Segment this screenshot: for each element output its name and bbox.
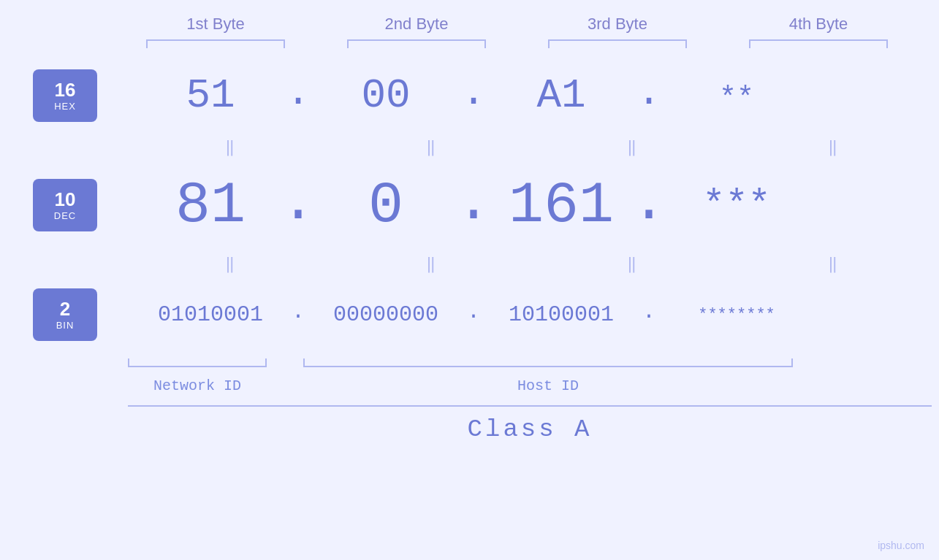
dec-byte-2: 0: [316, 172, 455, 239]
eq2-4: ‖: [748, 254, 923, 274]
byte-header-2: 2nd Byte: [329, 15, 504, 34]
bin-badge: 2 BIN: [33, 288, 97, 341]
dec-byte-4: ***: [667, 184, 806, 227]
host-id-label: Host ID: [303, 377, 793, 394]
top-bracket-2: [347, 39, 486, 48]
hex-row: 16 HEX 51 . 00 . A1 . **: [0, 55, 939, 136]
network-id-label: Network ID: [128, 377, 267, 394]
class-label-row: Class A: [128, 415, 932, 443]
top-bracket-4: [749, 39, 888, 48]
watermark: ipshu.com: [878, 540, 924, 551]
eq1-2: ‖: [346, 137, 521, 157]
equals-row-2: ‖ ‖ ‖ ‖: [132, 253, 935, 275]
eq2-2: ‖: [346, 254, 521, 274]
eq1-1: ‖: [145, 137, 320, 157]
byte-header-1: 1st Byte: [128, 15, 303, 34]
class-section: Class A: [128, 405, 932, 443]
eq1-4: ‖: [748, 137, 923, 157]
dec-bytes: 81 . 0 . 161 . ***: [97, 169, 939, 242]
bin-byte-1: 01010001: [141, 302, 280, 327]
bin-dot-2: .: [455, 299, 492, 330]
bin-bytes: 01010001 . 00000000 . 10100001 . *******…: [97, 299, 939, 330]
bin-base-label: BIN: [56, 320, 75, 331]
bin-byte-4: ********: [667, 306, 806, 324]
bin-row: 2 BIN 01010001 . 00000000 . 10100001 . *…: [0, 275, 939, 355]
bottom-section: Network ID Host ID Class A: [0, 358, 939, 443]
class-a-label: Class A: [468, 415, 593, 443]
hex-byte-1: 51: [141, 72, 280, 119]
eq2-3: ‖: [547, 254, 722, 274]
hex-byte-3: A1: [492, 72, 631, 119]
label-gap: [267, 377, 303, 394]
dec-badge: 10 DEC: [33, 179, 97, 231]
hex-dot-1: .: [280, 69, 316, 122]
dec-byte-1: 81: [141, 172, 280, 239]
dec-base-number: 10: [55, 189, 76, 210]
hex-bytes: 51 . 00 . A1 . **: [97, 69, 939, 122]
bin-dot-3: .: [631, 299, 667, 330]
bin-byte-2: 00000000: [316, 302, 455, 327]
hex-base-number: 16: [55, 80, 76, 101]
bin-dot-1: .: [280, 299, 316, 330]
bottom-brackets: [128, 358, 932, 372]
top-bracket-3: [548, 39, 687, 48]
class-bracket-line: [128, 405, 932, 407]
dec-byte-3: 161: [492, 172, 631, 239]
byte-header-3: 3rd Byte: [530, 15, 705, 34]
hex-byte-4: **: [667, 77, 806, 115]
id-labels-row: Network ID Host ID: [128, 377, 932, 394]
bin-byte-3: 10100001: [492, 302, 631, 327]
dec-row: 10 DEC 81 . 0 . 161 . ***: [0, 158, 939, 253]
dec-dot-3: .: [631, 169, 667, 242]
bin-base-number: 2: [60, 299, 70, 320]
host-bracket: [303, 358, 793, 367]
byte-header-4: 4th Byte: [731, 15, 906, 34]
hex-base-label: HEX: [54, 101, 76, 112]
eq2-1: ‖: [145, 254, 320, 274]
top-bracket-1: [146, 39, 285, 48]
equals-row-1: ‖ ‖ ‖ ‖: [132, 136, 935, 158]
hex-dot-2: .: [455, 69, 492, 122]
hex-dot-3: .: [631, 69, 667, 122]
main-container: 1st Byte 2nd Byte 3rd Byte 4th Byte 16 H…: [0, 0, 939, 560]
hex-byte-2: 00: [316, 72, 455, 119]
dec-dot-2: .: [455, 169, 492, 242]
dec-dot-1: .: [280, 169, 316, 242]
hex-badge: 16 HEX: [33, 69, 97, 122]
eq1-3: ‖: [547, 137, 722, 157]
byte-headers-row: 1st Byte 2nd Byte 3rd Byte 4th Byte: [115, 15, 919, 34]
top-brackets-row: [115, 39, 919, 48]
dec-base-label: DEC: [54, 210, 76, 221]
network-bracket: [128, 358, 267, 367]
